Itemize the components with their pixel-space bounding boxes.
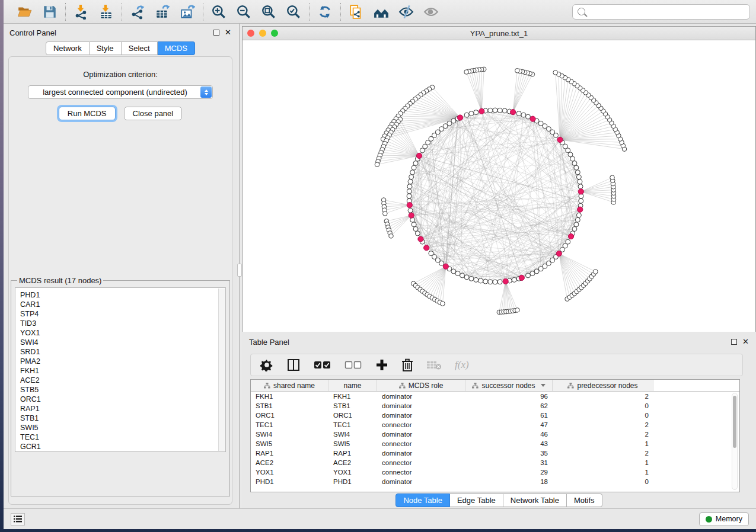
graph-hub-node[interactable] — [557, 137, 563, 142]
table-scrollbar-thumb[interactable] — [733, 396, 736, 448]
add-row-button[interactable] — [375, 357, 388, 373]
tab-network-table[interactable]: Network Table — [503, 493, 567, 507]
graph-hub-node[interactable] — [578, 207, 583, 212]
graph-node[interactable] — [464, 275, 469, 280]
graph-node[interactable] — [578, 180, 582, 184]
export-image-button[interactable] — [179, 4, 196, 20]
result-list-item[interactable]: CAR1 — [20, 300, 225, 309]
graph-node[interactable] — [412, 165, 416, 170]
delete-table-button[interactable] — [426, 357, 442, 373]
graph-hub-node[interactable] — [556, 251, 562, 256]
show-panels-button[interactable] — [11, 513, 25, 525]
graph-node[interactable] — [575, 217, 580, 222]
graph-node[interactable] — [572, 161, 577, 166]
import-network-button[interactable] — [73, 4, 90, 20]
graph-hub-node[interactable] — [443, 264, 448, 269]
graph-node[interactable] — [579, 198, 583, 203]
graph-node[interactable] — [469, 276, 474, 281]
zoom-selected-button[interactable] — [285, 4, 302, 20]
open-file-button[interactable] — [17, 4, 33, 20]
close-panel-button-mcds[interactable]: Close panel — [124, 107, 183, 120]
result-list-scrollbar[interactable] — [218, 289, 225, 451]
tab-motifs[interactable]: Motifs — [567, 493, 602, 507]
run-mcds-button[interactable]: Run MCDS — [59, 107, 116, 120]
graph-node[interactable] — [383, 211, 388, 216]
graph-node[interactable] — [574, 222, 579, 227]
apply-function-button[interactable]: f(x) — [455, 357, 469, 373]
graph-node[interactable] — [493, 280, 497, 284]
graph-hub-node[interactable] — [424, 245, 429, 251]
graph-hub-node[interactable] — [418, 236, 423, 242]
graph-node[interactable] — [469, 111, 474, 116]
graph-hub-node[interactable] — [457, 115, 462, 120]
network-overview-button[interactable] — [373, 4, 390, 20]
graph-node[interactable] — [407, 184, 412, 189]
clone-network-button[interactable] — [348, 4, 365, 20]
graph-node[interactable] — [515, 68, 520, 73]
table-row[interactable]: RAP1RAP1dominator352 — [251, 448, 739, 458]
table-row[interactable]: FKH1FKH1dominator962 — [251, 392, 739, 401]
result-list-item[interactable]: TEC1 — [20, 432, 225, 442]
result-list-item[interactable]: YOX1 — [20, 328, 225, 338]
graph-node[interactable] — [493, 108, 497, 113]
search-input[interactable] — [589, 7, 745, 16]
graph-hub-node[interactable] — [530, 116, 535, 121]
export-table-button[interactable] — [154, 4, 171, 20]
memory-button[interactable]: Memory — [699, 512, 749, 526]
result-list-item[interactable]: STB1 — [20, 414, 225, 423]
graph-node[interactable] — [451, 269, 456, 274]
graph-node[interactable] — [512, 277, 516, 282]
column-header-successor-nodes[interactable]: successor nodes — [465, 380, 553, 391]
graph-node[interactable] — [594, 270, 598, 274]
graph-node[interactable] — [566, 239, 570, 244]
graph-hub-node[interactable] — [568, 233, 573, 239]
splitter-grip[interactable] — [237, 264, 242, 277]
close-panel-button[interactable]: ✕ — [225, 30, 231, 36]
graph-node[interactable] — [408, 180, 413, 184]
graph-hub-node[interactable] — [479, 108, 484, 114]
tab-select[interactable]: Select — [122, 41, 158, 55]
graph-node[interactable] — [516, 111, 521, 116]
sort-chevron-icon[interactable] — [541, 384, 546, 387]
graph-hub-node[interactable] — [578, 189, 583, 194]
graph-node[interactable] — [413, 226, 418, 231]
table-row[interactable]: TEC1TEC1connector472 — [251, 420, 739, 430]
graph-node[interactable] — [575, 170, 580, 175]
result-list-item[interactable]: SWI4 — [20, 338, 225, 347]
graph-node[interactable] — [413, 161, 418, 166]
tab-mcds[interactable]: MCDS — [158, 41, 195, 55]
graph-node[interactable] — [407, 194, 412, 198]
graph-hub-node[interactable] — [511, 110, 516, 115]
graph-hub-node[interactable] — [519, 275, 524, 280]
result-list-item[interactable]: PMA2 — [20, 357, 225, 366]
network-window-titlebar[interactable]: YPA_prune.txt_1 — [243, 27, 755, 40]
graph-node[interactable] — [410, 170, 415, 175]
graph-hub-node[interactable] — [407, 203, 412, 208]
result-list-item[interactable]: GCR1 — [20, 442, 225, 451]
table-scrollbar[interactable] — [732, 393, 738, 490]
graph-node[interactable] — [576, 213, 581, 217]
column-header-MCDS-role[interactable]: MCDS role — [377, 380, 465, 391]
result-list-item[interactable]: RAP1 — [20, 404, 225, 414]
graph-node[interactable] — [409, 175, 414, 180]
table-row[interactable]: YOX1YOX1connector291 — [251, 467, 739, 477]
graph-node[interactable] — [515, 308, 520, 313]
result-list-item[interactable]: PHD1 — [20, 290, 225, 300]
graph-node[interactable] — [570, 156, 575, 161]
graph-node[interactable] — [502, 108, 507, 113]
gear-button[interactable] — [260, 357, 273, 373]
graph-node[interactable] — [578, 184, 583, 189]
optimization-criterion-dropdown[interactable]: largest connected component (undirected) — [28, 85, 213, 99]
result-list-item[interactable]: ORC1 — [20, 395, 225, 404]
result-list-item[interactable]: STP4 — [20, 309, 225, 319]
table-row[interactable]: STB1STB1dominator620 — [251, 401, 739, 411]
tab-node-table[interactable]: Node Table — [395, 493, 450, 507]
graph-node[interactable] — [530, 271, 535, 276]
graph-node[interactable] — [420, 148, 425, 153]
search-field[interactable] — [572, 4, 750, 20]
save-button[interactable] — [42, 4, 58, 20]
graph-node[interactable] — [488, 108, 493, 113]
zoom-fit-button[interactable] — [260, 4, 277, 20]
column-header-name[interactable]: name — [328, 380, 377, 391]
graph-node[interactable] — [389, 234, 394, 239]
